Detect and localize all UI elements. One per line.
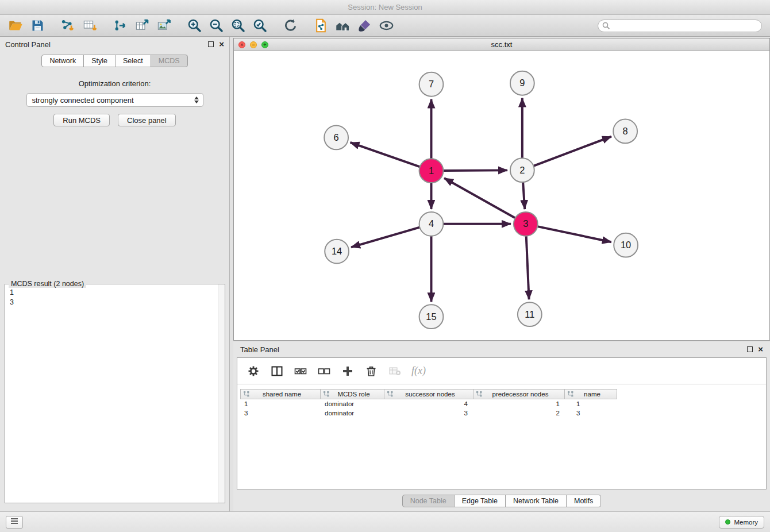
column-tree-icon — [387, 391, 394, 398]
deselect-all-icon[interactable] — [317, 364, 331, 378]
table-row[interactable]: 1dominator411 — [240, 399, 766, 408]
node-15[interactable]: 15 — [419, 304, 444, 329]
edge-3-11[interactable] — [526, 236, 529, 300]
float-panel-icon[interactable] — [208, 41, 214, 47]
table-cell-mcds-role[interactable]: dominator — [321, 400, 385, 407]
close-window-button[interactable]: × — [238, 41, 245, 48]
column-label: predecessor nodes — [484, 391, 564, 398]
save-icon[interactable] — [30, 18, 45, 33]
edge-2-8[interactable] — [533, 137, 611, 166]
node-table-area: f(x) shared nameMCDS rolesuccessor nodes… — [237, 357, 767, 489]
table-cell-name[interactable]: 3 — [567, 410, 619, 417]
tab-mcds[interactable]: MCDS — [151, 55, 188, 67]
edge-2-3[interactable] — [523, 182, 525, 209]
tab-node-table[interactable]: Node Table — [402, 495, 455, 507]
apply-style-icon[interactable] — [357, 18, 372, 33]
delete-row-icon[interactable] — [364, 364, 378, 378]
refresh-icon[interactable] — [283, 18, 298, 33]
node-10[interactable]: 10 — [614, 233, 638, 257]
minimize-window-button[interactable]: − — [250, 41, 257, 48]
node-8[interactable]: 8 — [613, 119, 637, 144]
column-header-name[interactable]: name — [564, 389, 617, 399]
tab-edge-table[interactable]: Edge Table — [454, 495, 506, 507]
toolbar-group — [113, 18, 172, 33]
close-panel-icon[interactable]: × — [219, 41, 224, 48]
node-14[interactable]: 14 — [325, 240, 349, 264]
edge-4-14[interactable] — [351, 228, 419, 248]
network-canvas[interactable]: 7968124314101511 — [234, 51, 769, 340]
node-1[interactable]: 1 — [419, 159, 444, 183]
node-11[interactable]: 11 — [518, 302, 542, 326]
table-cell-successor-nodes[interactable]: 4 — [385, 400, 475, 407]
mcds-result-title: MCDS result (2 nodes) — [9, 280, 86, 288]
tab-style[interactable]: Style — [83, 55, 116, 67]
toolbar-group — [283, 18, 298, 33]
zoom-fit-icon[interactable] — [230, 18, 246, 33]
close-table-panel-icon[interactable]: × — [758, 346, 763, 353]
table-cell-mcds-role[interactable]: dominator — [321, 410, 385, 417]
show-hide-icon[interactable] — [379, 18, 394, 33]
svg-text:8: 8 — [623, 126, 628, 136]
add-row-icon[interactable] — [341, 364, 355, 378]
node-4[interactable]: 4 — [419, 212, 444, 236]
run-mcds-button[interactable]: Run MCDS — [53, 114, 110, 126]
edge-3-10[interactable] — [537, 226, 611, 242]
node-6[interactable]: 6 — [324, 125, 348, 149]
import-network-icon[interactable] — [60, 18, 76, 33]
edge-3-1[interactable] — [444, 178, 515, 218]
zoom-in-icon[interactable] — [187, 18, 202, 33]
table-row[interactable]: 3dominator323 — [240, 408, 766, 418]
edge-1-6[interactable] — [351, 142, 420, 167]
function-builder-icon[interactable]: f(x) — [411, 365, 426, 377]
svg-text:15: 15 — [426, 311, 436, 322]
list-icon — [10, 517, 19, 527]
control-panel-title: Control Panel — [5, 40, 51, 49]
first-neighbors-icon[interactable] — [335, 18, 351, 33]
column-header-shared-name[interactable]: shared name — [240, 389, 321, 399]
column-header-mcds-role[interactable]: MCDS role — [320, 389, 384, 399]
table-panel-header: Table Panel × — [233, 342, 770, 357]
import-table-icon[interactable] — [82, 18, 98, 33]
export-network-icon[interactable] — [113, 18, 128, 33]
table-cell-shared-name[interactable]: 1 — [240, 400, 321, 407]
edge-1-2[interactable] — [443, 170, 507, 171]
task-history-button[interactable] — [6, 516, 23, 529]
svg-text:2: 2 — [519, 165, 525, 175]
float-table-panel-icon[interactable] — [747, 346, 753, 352]
search-input[interactable] — [598, 20, 762, 32]
gear-icon[interactable] — [247, 364, 260, 378]
table-cell-predecessor-nodes[interactable]: 2 — [475, 410, 567, 417]
toolbar-group — [8, 18, 45, 33]
table-cell-shared-name[interactable]: 3 — [240, 410, 321, 417]
tab-network[interactable]: Network — [41, 55, 84, 67]
window-titlebar: Session: New Session — [0, 0, 770, 15]
node-3[interactable]: 3 — [514, 212, 538, 236]
close-panel-button[interactable]: Close panel — [118, 114, 176, 126]
optimization-criterion-dropdown[interactable]: strongly connected component — [26, 93, 203, 107]
zoom-out-icon[interactable] — [209, 18, 224, 33]
svg-text:14: 14 — [332, 246, 342, 256]
window-title: Session: New Session — [348, 3, 422, 11]
columns-icon[interactable] — [270, 364, 284, 378]
zoom-selected-icon[interactable] — [252, 18, 268, 33]
table-cell-name[interactable]: 1 — [567, 400, 619, 407]
network-file-icon[interactable] — [313, 18, 329, 33]
tab-motifs[interactable]: Motifs — [566, 495, 601, 507]
export-image-icon[interactable] — [156, 18, 172, 33]
tab-select[interactable]: Select — [115, 55, 151, 67]
column-header-predecessor-nodes[interactable]: predecessor nodes — [473, 389, 565, 399]
tab-network-table[interactable]: Network Table — [505, 495, 567, 507]
export-table-icon[interactable] — [134, 18, 150, 33]
select-all-icon[interactable] — [294, 364, 307, 378]
table-cell-predecessor-nodes[interactable]: 1 — [475, 400, 567, 407]
column-header-successor-nodes[interactable]: successor nodes — [384, 389, 473, 399]
node-9[interactable]: 9 — [510, 71, 534, 95]
open-folder-icon[interactable] — [8, 18, 24, 33]
zoom-window-button[interactable]: + — [261, 41, 268, 48]
node-7[interactable]: 7 — [419, 72, 444, 97]
memory-button[interactable]: Memory — [719, 516, 764, 529]
node-2[interactable]: 2 — [510, 158, 534, 182]
dropdown-selected-value: strongly connected component — [32, 96, 134, 105]
result-scrollbar[interactable] — [218, 284, 225, 503]
table-cell-successor-nodes[interactable]: 3 — [385, 410, 475, 417]
